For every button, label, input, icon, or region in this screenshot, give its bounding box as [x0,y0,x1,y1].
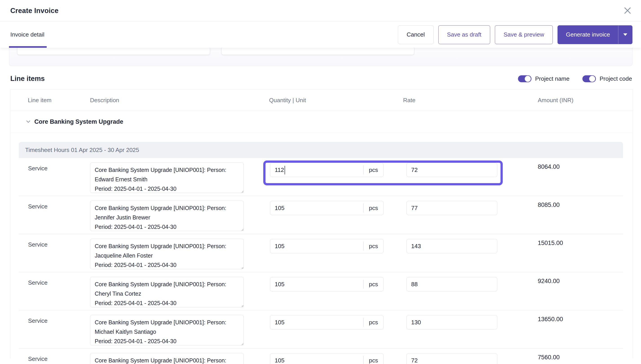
page-title: Create Invoice [10,7,59,15]
amount-value: 8085.00 [538,202,560,208]
section-title: Line items [10,75,45,83]
generate-invoice-label: Generate invoice [558,26,618,44]
line-item-type: Service [28,203,48,210]
column-header-description: Description [90,90,119,111]
quantity-unit-field[interactable]: pcs [270,353,383,364]
generate-invoice-button[interactable]: Generate invoice [557,25,632,44]
toggle-label: Project name [535,75,569,82]
toolbar-actions: Cancel Save as draft Save & preview Gene… [398,25,632,44]
tab-label: Invoice detail [10,31,45,38]
group-collapse-button[interactable] [25,118,32,126]
text-cursor [285,166,285,174]
tab-invoice-detail[interactable]: Invoice detail [10,22,45,48]
project-group-title: Core Banking System Upgrade [34,118,123,125]
column-header-rate: Rate [403,90,415,111]
description-textarea[interactable] [90,277,244,307]
line-item-rows: Service pcs 8064.00 Service [19,158,623,364]
toolbar: Invoice detail Cancel Save as draft Save… [0,22,641,48]
line-item-type: Service [28,356,48,362]
chevron-down-icon [25,118,32,126]
invoice-form-panel [9,48,632,66]
unit-label: pcs [364,357,383,364]
description-textarea[interactable] [90,315,244,346]
rate-input[interactable] [406,201,497,215]
line-item-row: Service pcs 8085.00 [19,196,623,234]
unit-label: pcs [364,205,383,212]
quantity-input[interactable] [270,163,363,177]
save-and-preview-button[interactable]: Save & preview [495,25,553,44]
amount-value: 15015.00 [538,240,563,246]
timesheet-group: Timesheet Hours 01 Apr 2025 - 30 Apr 202… [19,142,623,364]
quantity-input[interactable] [270,239,363,253]
line-item-type: Service [28,318,48,324]
toggle-label: Project code [599,75,632,82]
amount-value: 7560.00 [538,354,560,361]
column-header-line-item: Line item [28,90,52,111]
line-item-row: Service pcs 9240.00 [19,272,623,310]
truncated-field[interactable] [221,48,414,55]
line-item-type: Service [28,241,48,248]
caret-down-icon [623,34,627,36]
quantity-unit-field[interactable]: pcs [270,315,383,330]
quantity-unit-field[interactable]: pcs [270,239,383,253]
line-item-row: Service pcs 8064.00 [19,158,623,196]
line-item-row: Service pcs 13650.00 [19,310,623,348]
project-name-toggle[interactable]: Project name [518,75,569,82]
amount-value: 8064.00 [538,164,560,170]
toggle-track [518,75,531,82]
unit-label: pcs [364,166,383,174]
description-textarea[interactable] [90,353,244,364]
rate-input[interactable] [406,163,497,177]
unit-label: pcs [364,319,383,326]
quantity-input[interactable] [270,315,363,329]
line-item-row: Service pcs 15015.00 [19,234,623,272]
line-item-type: Service [28,279,48,286]
quantity-unit-field[interactable]: pcs [270,201,383,215]
rate-input[interactable] [406,315,497,330]
quantity-input[interactable] [270,277,363,291]
description-textarea[interactable] [90,239,244,269]
amount-value: 9240.00 [538,278,560,284]
truncated-field[interactable] [17,48,210,55]
project-group-row: Core Banking System Upgrade [11,111,633,133]
toggle-track [582,75,596,82]
unit-label: pcs [364,281,383,288]
rate-input[interactable] [406,353,497,364]
project-code-toggle[interactable]: Project code [582,75,632,82]
amount-value: 13650.00 [538,316,563,322]
toggle-knob [589,76,595,82]
quantity-input[interactable] [270,201,363,215]
save-as-draft-button[interactable]: Save as draft [438,25,490,44]
rate-input[interactable] [406,239,497,253]
line-items-table: Line item Description Quantity | Unit Ra… [10,90,633,358]
description-textarea[interactable] [90,200,244,231]
generate-invoice-dropdown[interactable] [618,26,632,44]
quantity-input[interactable] [270,354,363,364]
toggle-knob [525,76,531,82]
table-header-row: Line item Description Quantity | Unit Ra… [11,90,633,111]
modal-header: Create Invoice [0,0,641,22]
line-item-row: Service pcs 7560.00 [19,348,623,364]
quantity-unit-field[interactable]: pcs [270,277,383,292]
line-items-header: Line items Project name Project code [10,75,632,83]
close-icon [623,6,632,16]
close-button[interactable] [622,6,632,16]
line-item-type: Service [28,165,48,172]
toggle-group: Project name Project code [518,75,632,82]
unit-label: pcs [364,243,383,250]
active-tab-indicator [9,46,47,48]
quantity-unit-field[interactable]: pcs [270,163,383,177]
timesheet-subheader: Timesheet Hours 01 Apr 2025 - 30 Apr 202… [19,142,623,158]
column-header-quantity-unit: Quantity | Unit [269,90,306,111]
rate-input[interactable] [406,277,497,292]
column-header-amount: Amount (INR) [538,90,573,111]
cancel-button[interactable]: Cancel [398,25,434,44]
description-textarea[interactable] [90,162,244,193]
